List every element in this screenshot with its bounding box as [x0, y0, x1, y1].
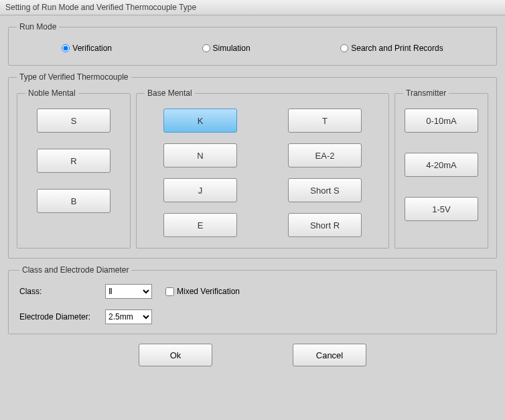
- class-electrode-group: Class and Electrode Diameter Class: Ⅱ Mi…: [8, 265, 497, 334]
- tc-button-4-20ma[interactable]: 4-20mA: [405, 153, 478, 177]
- tc-button-n[interactable]: N: [163, 143, 237, 167]
- radio-search-input[interactable]: [340, 44, 348, 52]
- tc-button-ea2[interactable]: EA-2: [288, 143, 362, 167]
- tc-button-t[interactable]: T: [288, 109, 362, 133]
- type-section-row: Noble Mental S R B Base Mental K T N EA-…: [17, 88, 488, 249]
- radio-simulation-label: Simulation: [213, 44, 250, 53]
- window-title: Setting of Run Mode and Verified Thermoc…: [5, 3, 196, 12]
- base-mental-legend: Base Mental: [145, 88, 195, 98]
- radio-simulation[interactable]: Simulation: [202, 44, 250, 53]
- tc-button-r[interactable]: R: [37, 149, 111, 173]
- tc-button-short-s[interactable]: Short S: [288, 178, 362, 202]
- class-row: Class: Ⅱ Mixed Verification: [19, 284, 486, 299]
- thermocouple-type-legend: Type of Verified Thermocouple: [17, 72, 131, 82]
- tc-button-b[interactable]: B: [37, 189, 111, 213]
- radio-search-label: Search and Print Records: [351, 44, 443, 53]
- transmitter-legend: Transmitter: [403, 88, 449, 98]
- noble-mental-legend: Noble Mental: [25, 88, 78, 98]
- class-label: Class:: [19, 287, 100, 296]
- electrode-label: Electrode Diameter:: [19, 312, 100, 322]
- run-mode-row: Verification Simulation Search and Print…: [17, 38, 488, 56]
- radio-search[interactable]: Search and Print Records: [340, 44, 443, 53]
- run-mode-group: Run Mode Verification Simulation Search …: [8, 22, 497, 66]
- transmitter-group: Transmitter 0-10mA 4-20mA 1-5V: [394, 88, 488, 249]
- dialog-buttons: Ok Cancel: [8, 344, 497, 366]
- electrode-select[interactable]: 2.5mm: [105, 309, 152, 324]
- mixed-verification-input[interactable]: [165, 287, 174, 296]
- base-mental-group: Base Mental K T N EA-2 J Short S E Short…: [136, 88, 389, 249]
- electrode-row: Electrode Diameter: 2.5mm: [19, 309, 486, 324]
- radio-simulation-input[interactable]: [202, 44, 210, 52]
- run-mode-legend: Run Mode: [17, 22, 59, 31]
- tc-button-j[interactable]: J: [163, 178, 237, 202]
- radio-verification[interactable]: Verification: [62, 44, 112, 53]
- tc-button-short-r[interactable]: Short R: [288, 213, 362, 237]
- mixed-verification-label: Mixed Verification: [177, 287, 240, 296]
- cancel-button[interactable]: Cancel: [293, 344, 366, 366]
- noble-mental-group: Noble Mental S R B: [17, 88, 131, 249]
- class-electrode-legend: Class and Electrode Diameter: [19, 265, 131, 275]
- tc-button-e[interactable]: E: [163, 213, 237, 237]
- radio-verification-label: Verification: [72, 44, 112, 53]
- thermocouple-type-group: Type of Verified Thermocouple Noble Ment…: [8, 72, 497, 259]
- base-grid: K T N EA-2 J Short S E Short R: [145, 109, 380, 237]
- tc-button-s[interactable]: S: [37, 109, 111, 133]
- tc-button-k[interactable]: K: [163, 109, 237, 133]
- tc-button-1-5v[interactable]: 1-5V: [405, 197, 478, 221]
- mixed-verification-checkbox[interactable]: Mixed Verification: [165, 287, 240, 296]
- class-select[interactable]: Ⅱ: [105, 284, 152, 299]
- tc-button-0-10ma[interactable]: 0-10mA: [405, 109, 478, 133]
- radio-verification-input[interactable]: [62, 44, 70, 52]
- window-titlebar: Setting of Run Mode and Verified Thermoc…: [0, 0, 505, 15]
- dialog-content: Run Mode Verification Simulation Search …: [0, 15, 505, 373]
- ok-button[interactable]: Ok: [139, 344, 212, 366]
